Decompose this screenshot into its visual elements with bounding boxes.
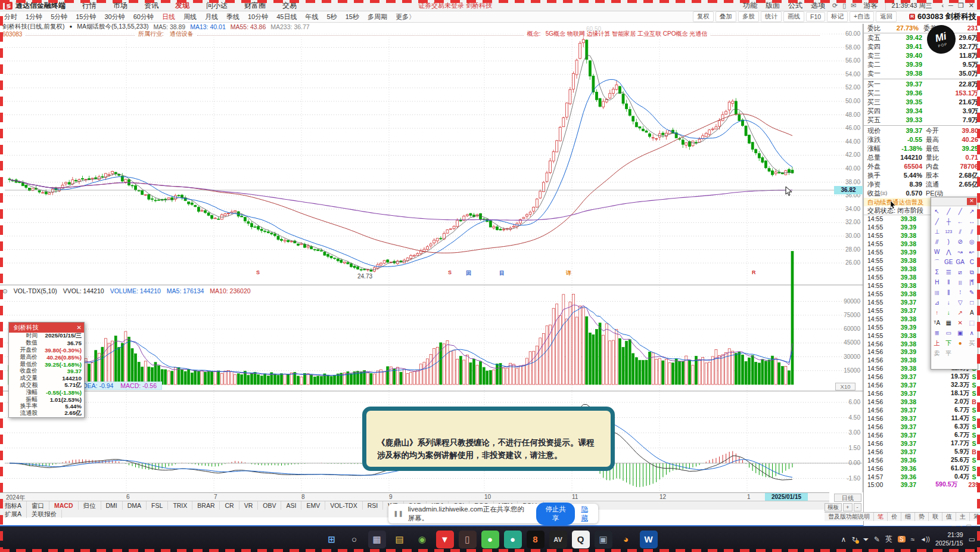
drawing-tool[interactable]: ∧ <box>966 328 978 338</box>
right-tab-7[interactable]: 主 <box>956 513 970 521</box>
menu-item-4[interactable]: 问小达 <box>198 1 236 11</box>
tick-row[interactable]: 14:5639.3711.4万S <box>864 414 980 423</box>
drawing-palette[interactable]: ✕ ↖╱╱↗╱┼←↔⊥123⫽⫽⫻)⊘◎W⋀↝↜⌒GEGACΣ☰⧄⧉H‖||||… <box>931 197 978 370</box>
right-menu-1[interactable]: 版面 <box>766 1 780 11</box>
wifi-icon[interactable]: ≈ <box>911 535 915 544</box>
right-tab-4[interactable]: 势 <box>915 513 929 521</box>
task-view-app[interactable]: ▦ <box>368 531 386 548</box>
drawing-tool[interactable]: ⫻ <box>931 237 943 247</box>
tick-row[interactable]: 14:5639.3719.3万S <box>864 373 980 381</box>
indicator-tab-归位[interactable]: 归位 <box>79 501 101 510</box>
drawing-tool[interactable]: ⫽ <box>954 227 966 237</box>
indicator-tab-EMV[interactable]: EMV <box>301 501 325 510</box>
right-tab-0[interactable]: 普及版功能说明 <box>825 513 874 521</box>
chart-tool-4[interactable]: 画线 <box>783 11 804 22</box>
drawing-tool[interactable]: GA <box>954 257 966 267</box>
drawing-tool[interactable]: ▽ <box>954 297 966 308</box>
sell-row-4[interactable]: 卖四39.4132.7万 <box>864 42 980 51</box>
event-marker[interactable]: 回 <box>466 269 471 277</box>
drawing-tool[interactable]: ⊿ <box>931 297 943 308</box>
right-tab-8[interactable]: 筹 <box>970 513 980 521</box>
qq-app[interactable]: Q <box>572 531 590 548</box>
indicator-tab-CR[interactable]: CR <box>220 501 239 510</box>
tick-row[interactable]: 14:5639.376.7万S <box>864 431 980 439</box>
tick-row[interactable]: 14:5639.3717.7万S <box>864 439 980 448</box>
right-menu-2[interactable]: 公式 <box>788 1 802 11</box>
close-button[interactable]: ✕ <box>966 2 976 10</box>
drawing-tool[interactable]: ⊥ <box>931 227 943 237</box>
tick-row[interactable]: 15:0039.37590.5万239 <box>864 481 980 489</box>
chart-tool-8[interactable]: 返回 <box>876 11 897 22</box>
palette-close-icon[interactable]: ✕ <box>967 198 976 205</box>
event-marker[interactable]: S <box>448 269 452 275</box>
drawing-tool[interactable]: Σ <box>931 267 943 277</box>
search[interactable]: ○ <box>346 531 363 548</box>
tdx-app[interactable]: ▼ <box>436 531 454 548</box>
right-menu-3[interactable]: 选项 <box>811 1 825 11</box>
drawing-tool[interactable]: A <box>966 308 978 318</box>
drawing-tool[interactable]: ⁝ <box>954 287 966 297</box>
drawing-tool[interactable]: ↑ <box>931 308 943 318</box>
tick-row[interactable]: 14:5639.375.9万B <box>864 448 980 456</box>
indicator-tab-OBV[interactable]: OBV <box>258 501 281 510</box>
chrome-browser[interactable]: ◉ <box>413 531 431 548</box>
drawing-tool[interactable]: C <box>966 257 978 267</box>
drawing-tool[interactable]: ↗ <box>954 308 966 318</box>
drawing-tool[interactable]: 下 <box>943 338 955 348</box>
topbar-icon-0[interactable]: ⟳ <box>832 2 838 10</box>
drawing-tool[interactable]: ┼ <box>943 216 955 227</box>
menu-item-5[interactable]: 财富圈 <box>236 1 274 11</box>
drawing-tool[interactable]: 123 <box>943 227 955 237</box>
period-4[interactable]: 30分钟 <box>101 13 129 21</box>
period-8[interactable]: 月线 <box>201 13 222 21</box>
drawing-tool[interactable]: ↔ <box>966 216 978 227</box>
topbar-icon-2[interactable]: ✉ <box>851 2 856 10</box>
tick-row[interactable]: 14:5639.3718.1万S <box>864 389 980 398</box>
concept-values[interactable]: 5G概念 物联网 边缘计算 智能家居 工业互联 CPO概念 光通信 <box>546 30 708 38</box>
drawing-tool[interactable]: ⋀ <box>943 247 955 257</box>
tray-chevron-icon[interactable]: ∧ <box>841 535 847 544</box>
drawing-tool[interactable]: 买 <box>966 338 978 348</box>
tick-row[interactable]: 14:5639.3625.6万S <box>864 456 980 464</box>
period-14[interactable]: 15秒 <box>341 13 363 21</box>
drawing-tool[interactable]: ᵀA <box>931 318 943 328</box>
drawing-tool[interactable]: W <box>931 247 943 257</box>
drawing-tool[interactable]: ╱ <box>954 206 966 216</box>
mic-icon[interactable]: ⏷ <box>863 535 869 544</box>
sell-row-1[interactable]: 卖一39.3835.0万 <box>864 69 980 78</box>
tick-row[interactable]: 14:5639.376.7万S <box>864 406 980 414</box>
indicator-tab-VOL-TDX[interactable]: VOL-TDX <box>325 501 363 510</box>
tray-clock[interactable]: 21:392025/1/15 <box>935 531 963 547</box>
chart-tool-7[interactable]: +自选 <box>850 11 874 22</box>
period-10[interactable]: 10分钟 <box>244 13 272 21</box>
sogou-icon[interactable]: S <box>898 536 906 542</box>
indicator-tab-TRIX[interactable]: TRIX <box>168 501 192 510</box>
drawing-tool[interactable]: ╱ <box>931 216 943 227</box>
indicator-tab-DMI[interactable]: DMI <box>101 501 123 510</box>
drawing-tool[interactable]: ⬚ <box>966 318 978 328</box>
indicator-tab-ASI[interactable]: ASI <box>281 501 301 510</box>
period-label-box[interactable]: 日线 <box>834 494 861 502</box>
drawing-tool[interactable]: |¶ <box>966 277 978 287</box>
period-12[interactable]: 年线 <box>301 13 323 21</box>
firefox-browser[interactable]: ◕ <box>617 531 635 548</box>
topbar-icon-1[interactable]: ▯ <box>842 2 846 10</box>
indicator-tab-VR[interactable]: VR <box>239 501 259 510</box>
phone-app[interactable]: ▯ <box>459 531 477 548</box>
drawing-tool[interactable]: H <box>931 277 943 287</box>
period-3[interactable]: 15分钟 <box>71 13 100 21</box>
tick-row[interactable]: 14:5639.3732.3万S <box>864 381 980 389</box>
buy-row-1[interactable]: 买一39.3722.8万 <box>864 80 980 89</box>
chart-tool-6[interactable]: 标记 <box>827 11 848 22</box>
menu-item-2[interactable]: 资讯 <box>136 1 167 11</box>
indicator-tab-MACD[interactable]: MACD <box>49 501 79 510</box>
buy-row-4[interactable]: 买四39.343.9万 <box>864 107 980 116</box>
event-marker[interactable]: 目 <box>499 269 505 277</box>
event-marker[interactable]: 详 <box>566 269 571 277</box>
camera-app[interactable]: ▣ <box>595 531 612 548</box>
drawing-tool[interactable]: ● <box>954 338 966 348</box>
drawing-tool[interactable]: ▭ <box>943 328 955 338</box>
start-button[interactable]: ⊞ <box>323 531 341 548</box>
menu-item-0[interactable]: 行情 <box>74 1 105 11</box>
indicator-icon[interactable]: ⊙ <box>2 287 8 294</box>
